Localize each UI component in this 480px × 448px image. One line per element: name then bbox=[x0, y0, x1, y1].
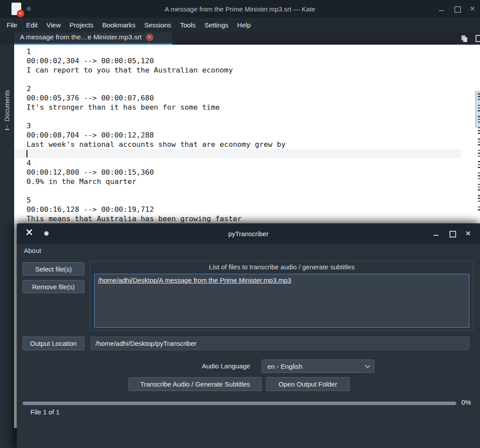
pytranscriber-window-title: pyTranscriber bbox=[17, 223, 480, 244]
kate-minimize-button[interactable] bbox=[438, 5, 445, 12]
audio-language-select[interactable]: en - English bbox=[262, 360, 374, 373]
kate-tabbar: A message from the…e Minister.mp3.srt ✕ bbox=[0, 32, 480, 45]
tab-close-icon[interactable]: ✕ bbox=[146, 34, 153, 41]
audio-language-label: Audio Language bbox=[184, 362, 250, 370]
editor-line[interactable]: 5 bbox=[27, 195, 286, 205]
editor-line[interactable]: 00:00:02,304 --> 00:00:05,120 bbox=[27, 56, 286, 65]
pytranscriber-close-button[interactable]: ✕ bbox=[465, 230, 472, 237]
editor-line[interactable] bbox=[27, 186, 286, 195]
editor-line[interactable]: 2 bbox=[27, 84, 286, 93]
editor-line[interactable]: Last week's national accounts show that … bbox=[27, 140, 286, 149]
menu-item-projects[interactable]: Projects bbox=[65, 21, 98, 29]
menu-item-edit[interactable]: Edit bbox=[22, 21, 42, 29]
editor-line[interactable]: I can report to you that the Australian … bbox=[27, 65, 286, 75]
menu-item-view[interactable]: View bbox=[42, 21, 65, 29]
documents-arrow-icon: ↑ bbox=[5, 124, 9, 130]
file-status: File 1 of 1 bbox=[30, 408, 60, 416]
remove-files-button[interactable]: Remove file(s) bbox=[23, 280, 84, 293]
kate-left-sidebar: ↑ Documents bbox=[0, 45, 14, 448]
editor-line[interactable]: It's stronger than it has been for some … bbox=[27, 103, 286, 112]
sidebar-documents-label: Documents bbox=[4, 90, 11, 122]
editor-line[interactable]: 00:00:05,376 --> 00:00:07,680 bbox=[27, 93, 286, 103]
sidebar-item-documents[interactable]: ↑ Documents bbox=[0, 76, 14, 130]
pytranscriber-maximize-button[interactable] bbox=[449, 230, 456, 237]
editor-line[interactable] bbox=[27, 75, 286, 84]
kate-tab-active[interactable]: A message from the…e Minister.mp3.srt ✕ bbox=[14, 32, 172, 45]
desktop: ✎ A message from the Prime Minister.mp3.… bbox=[0, 0, 480, 448]
minimap-marks bbox=[478, 93, 480, 212]
file-list[interactable]: /home/adhi/Desktop/A message from the Pr… bbox=[94, 274, 469, 328]
editor-line[interactable]: 3 bbox=[27, 121, 286, 130]
kate-close-button[interactable]: ✕ bbox=[469, 5, 476, 12]
kate-tab-label: A message from the…e Minister.mp3.srt bbox=[20, 33, 142, 41]
menu-item-sessions[interactable]: Sessions bbox=[140, 21, 176, 29]
menu-item-tools[interactable]: Tools bbox=[175, 21, 200, 29]
editor-line[interactable]: 00:00:08,704 --> 00:00:12,288 bbox=[27, 130, 286, 140]
pytranscriber-minimize-button[interactable] bbox=[433, 230, 440, 237]
editor-line[interactable]: 0.9% in the March quarter bbox=[27, 177, 286, 186]
output-location-button[interactable]: Output Location bbox=[23, 337, 84, 350]
audio-language-value: en - English bbox=[267, 363, 302, 370]
editor-line[interactable] bbox=[27, 112, 286, 121]
editor-line[interactable]: 00:00:12,800 --> 00:00:15,360 bbox=[27, 168, 286, 177]
kate-maximize-button[interactable] bbox=[453, 5, 461, 12]
text-caret bbox=[27, 150, 27, 157]
menu-item-bookmarks[interactable]: Bookmarks bbox=[98, 21, 140, 29]
menu-item-settings[interactable]: Settings bbox=[200, 21, 232, 29]
progress-bar bbox=[23, 402, 456, 405]
transcribe-button[interactable]: Transcribe Audio / Generate Subtitles bbox=[129, 377, 262, 391]
editor-line[interactable]: 4 bbox=[27, 158, 286, 168]
open-output-folder-button[interactable]: Open Output Folder bbox=[266, 377, 350, 391]
file-list-item[interactable]: /home/adhi/Desktop/A message from the Pr… bbox=[98, 276, 469, 284]
kate-titlebar: ✎ A message from the Prime Minister.mp3.… bbox=[0, 0, 480, 18]
editor-line[interactable] bbox=[27, 149, 286, 158]
document-stack-icon[interactable] bbox=[461, 35, 468, 42]
pytranscriber-titlebar: ✕ pyTranscriber ✕ bbox=[17, 223, 480, 244]
menu-item-file[interactable]: File bbox=[2, 21, 22, 29]
menu-about[interactable]: About bbox=[24, 247, 41, 254]
filelist-title: List of files to transcribe audio / gene… bbox=[90, 263, 473, 271]
editor-text[interactable]: 100:00:02,304 --> 00:00:05,120I can repo… bbox=[27, 47, 286, 223]
pytranscriber-window: ✕ pyTranscriber ✕ About Select file(s) R… bbox=[17, 223, 480, 448]
kate-window-title: A message from the Prime Minister.mp3.sr… bbox=[0, 0, 480, 18]
new-document-icon[interactable] bbox=[476, 35, 480, 42]
editor-line[interactable]: 1 bbox=[27, 47, 286, 56]
filelist-groupbox: List of files to transcribe audio / gene… bbox=[90, 261, 474, 331]
select-files-button[interactable]: Select file(s) bbox=[23, 262, 84, 276]
kate-menubar: FileEditViewProjectsBookmarksSessionsToo… bbox=[0, 18, 480, 32]
editor-line[interactable]: 00:00:16,128 --> 00:00:19,712 bbox=[27, 205, 286, 214]
editor-line[interactable]: This means that Australia has been growi… bbox=[27, 214, 286, 223]
output-path-field[interactable]: /home/adhi/Desktop/pyTranscriber bbox=[91, 337, 469, 350]
progress-percent: 0% bbox=[461, 398, 471, 406]
chevron-down-icon bbox=[365, 363, 370, 368]
menu-item-help[interactable]: Help bbox=[233, 21, 255, 29]
